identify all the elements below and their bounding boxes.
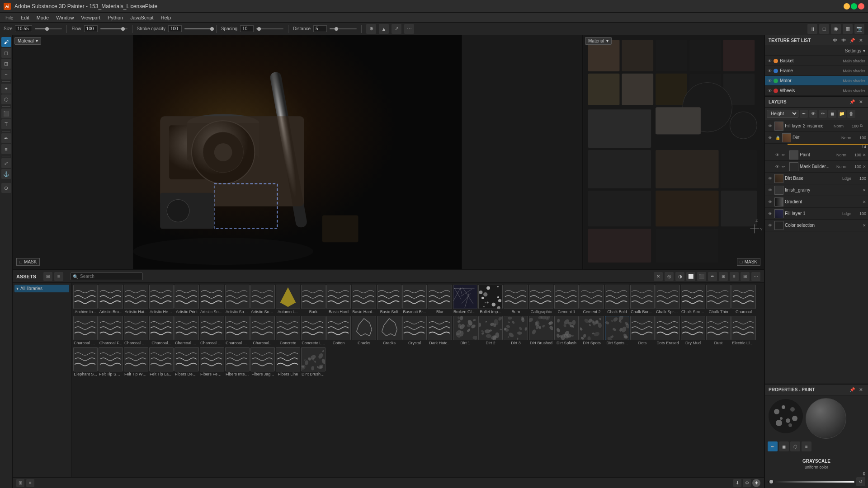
grayscale-reset-btn[interactable]: ↺ bbox=[856, 477, 865, 486]
layers-paint-icon[interactable]: ✒ bbox=[800, 110, 808, 118]
asset-item-chalk-thin[interactable]: Chalk Thin bbox=[706, 285, 731, 315]
tsl-item-wheels[interactable]: 👁 Wheels Main shader bbox=[765, 86, 868, 96]
asset-item-charcoal-r---[interactable]: Charcoal R... bbox=[200, 316, 224, 346]
spacing-input[interactable] bbox=[240, 25, 254, 32]
asset-item-calligraphic[interactable]: Calligraphic bbox=[529, 285, 553, 315]
tool-text[interactable]: T bbox=[1, 119, 11, 129]
layers-eye-icon[interactable]: 👁 bbox=[809, 110, 817, 118]
props-material-icon[interactable]: ◼ bbox=[779, 441, 789, 451]
layer-dirtbase-eye[interactable]: 👁 bbox=[767, 176, 773, 181]
menu-javascript[interactable]: JavaScript bbox=[127, 14, 157, 21]
layer-finish-remove[interactable]: ✕ bbox=[863, 188, 866, 192]
asset-item-dry-mud[interactable]: Dry Mud bbox=[681, 316, 705, 346]
flow-slider[interactable] bbox=[100, 28, 127, 29]
toolbar-more-btn[interactable]: ⋯ bbox=[404, 24, 414, 34]
layer-paint-remove[interactable]: ✕ bbox=[863, 153, 866, 157]
tool-paint[interactable]: 🖌 bbox=[1, 37, 11, 47]
assets-bottom-list-btn[interactable]: ≡ bbox=[26, 479, 34, 487]
layers-pin-icon[interactable]: 📌 bbox=[849, 99, 856, 106]
tool-transform[interactable]: ⤢ bbox=[1, 158, 11, 168]
grayscale-slider[interactable] bbox=[768, 481, 854, 483]
asset-item-artistic-soft---[interactable]: Artistic Soft... bbox=[200, 285, 224, 315]
asset-item-cement-1[interactable]: Cement 1 bbox=[554, 285, 579, 315]
layer-mask-remove[interactable]: ✕ bbox=[863, 164, 866, 169]
asset-item-concrete-l---[interactable]: Concrete L... bbox=[301, 316, 326, 346]
size-input[interactable] bbox=[15, 25, 32, 32]
assets-list-view-btn[interactable]: ≡ bbox=[730, 272, 739, 281]
asset-item-fibers-inter---[interactable]: Fibers Inter... bbox=[225, 347, 250, 377]
assets-filter1-btn[interactable]: ◎ bbox=[665, 272, 674, 281]
layer-mask-builder[interactable]: 👁 ✏ Mask Builder... Norm 100 ✕ bbox=[765, 161, 868, 173]
asset-item-artistic-bru---[interactable]: Artistic Bru... bbox=[99, 285, 123, 315]
asset-item-basic-hard---[interactable]: Basic Hard... bbox=[352, 285, 376, 315]
asset-item-burn[interactable]: Burn bbox=[504, 285, 528, 315]
assets-filter6-btn[interactable]: ⊞ bbox=[719, 272, 728, 281]
assets-close-btn[interactable]: ✕ bbox=[654, 272, 663, 281]
assets-add-btn[interactable]: + bbox=[752, 479, 760, 487]
props-layer-icon[interactable]: ≡ bbox=[802, 441, 811, 451]
tsl-frame-eye[interactable]: 👁 bbox=[768, 69, 772, 73]
asset-item-felt-tip-lar---[interactable]: Felt Tip Lar... bbox=[149, 347, 174, 377]
layers-folder-icon[interactable]: 📁 bbox=[838, 110, 846, 118]
asset-item-dust[interactable]: Dust bbox=[706, 316, 731, 346]
spacing-slider[interactable] bbox=[256, 28, 283, 29]
tsl-wheels-eye[interactable]: 👁 bbox=[768, 89, 772, 93]
assets-import-btn[interactable]: ⬇ bbox=[733, 479, 741, 487]
asset-item-dirt-brushed[interactable]: Dirt Brushed bbox=[529, 316, 553, 346]
tsl-close-icon[interactable]: ✕ bbox=[857, 37, 864, 44]
asset-item-dirt-2[interactable]: Dirt 2 bbox=[478, 316, 503, 346]
tsl-pin-icon[interactable]: 📌 bbox=[849, 37, 856, 44]
asset-item-charcoal-fi---[interactable]: Charcoal Fi... bbox=[73, 316, 98, 346]
asset-item-bark[interactable]: Bark bbox=[301, 285, 326, 315]
flow-input[interactable] bbox=[84, 25, 98, 32]
layer-dirt-eye[interactable]: 👁 bbox=[767, 136, 773, 140]
distance-input[interactable] bbox=[313, 25, 327, 32]
asset-item-dirt-spots---[interactable]: Dirt Spots... bbox=[605, 316, 629, 346]
tool-bake[interactable]: ⊙ bbox=[1, 183, 11, 193]
asset-item-chalk-burn---[interactable]: Chalk Burn... bbox=[630, 285, 655, 315]
asset-item-archive-in---[interactable]: Archive In... bbox=[73, 285, 98, 315]
layer-fill2-eye[interactable]: 👁 bbox=[767, 124, 773, 128]
asset-item-charcoal---[interactable]: Charcoal... bbox=[250, 316, 275, 346]
tool-smudge[interactable]: ~ bbox=[1, 70, 11, 80]
tsl-item-frame[interactable]: 👁 Frame Main shader bbox=[765, 66, 868, 76]
layers-mask-icon[interactable]: ◼ bbox=[828, 110, 836, 118]
viewport-right[interactable]: Material ▾ bbox=[583, 35, 764, 269]
asset-item-electric-lines[interactable]: Electric Lines bbox=[731, 316, 756, 346]
assets-settings-btn[interactable]: ⚙ bbox=[743, 479, 751, 487]
asset-item-cotton[interactable]: Cotton bbox=[326, 316, 351, 346]
tsl-eye2-icon[interactable]: 👁 bbox=[840, 37, 847, 44]
asset-item-artistic-hai---[interactable]: Artistic Hai... bbox=[124, 285, 148, 315]
menu-mode[interactable]: Mode bbox=[33, 14, 53, 21]
asset-item-cracks[interactable]: Cracks bbox=[352, 316, 376, 346]
layer-paint[interactable]: 👁 ✏ Paint Norm 100 ✕ bbox=[765, 149, 868, 161]
toolbar-camera-btn[interactable]: 📷 bbox=[854, 24, 864, 34]
menu-viewport[interactable]: Viewport bbox=[77, 14, 104, 21]
asset-item-chalk-strong[interactable]: Chalk Strong bbox=[681, 285, 705, 315]
tsl-item-basket[interactable]: 👁 Basket Main shader bbox=[765, 56, 868, 66]
stroke-input[interactable] bbox=[168, 25, 182, 32]
assets-grid-view-btn[interactable]: ⊞ bbox=[741, 272, 750, 281]
asset-item-blur[interactable]: Blur bbox=[428, 285, 452, 315]
assets-expand2-btn[interactable]: ≡ bbox=[54, 272, 63, 281]
toolbar-env-btn[interactable]: ◉ bbox=[831, 24, 841, 34]
layer-fill1[interactable]: 👁 Fill layer 1 Ldge 100 bbox=[765, 208, 868, 220]
layer-fill2[interactable]: 👁 Fill layer 2 instance Norm 100 ⧉ bbox=[765, 120, 868, 132]
asset-item-crystal[interactable]: Crystal bbox=[402, 316, 427, 346]
viewport-left-material-dropdown[interactable]: Material ▾ bbox=[14, 37, 41, 45]
asset-item-artistic-print[interactable]: Artistic Print bbox=[175, 285, 199, 315]
viewport-right-material-dropdown[interactable]: Material ▾ bbox=[585, 37, 612, 45]
layers-edit-icon[interactable]: ✏ bbox=[819, 110, 827, 118]
layers-close-icon[interactable]: ✕ bbox=[857, 99, 864, 106]
tsl-item-motor[interactable]: 👁 Motor Main shader bbox=[765, 76, 868, 86]
asset-item-dirt-1[interactable]: Dirt 1 bbox=[453, 316, 477, 346]
layer-dirt-base[interactable]: 👁 Dirt Base Ldge 100 bbox=[765, 173, 868, 184]
tool-eraser[interactable]: ◻ bbox=[1, 48, 11, 58]
lib-item-all[interactable]: ▾ All libraries bbox=[14, 285, 69, 292]
layer-dirt[interactable]: 👁 🔒 Dirt Norm 100 bbox=[765, 132, 868, 144]
asset-item-chalk-bold[interactable]: Chalk Bold bbox=[605, 285, 629, 315]
toolbar-pause-btn[interactable]: ⏸ bbox=[807, 24, 817, 34]
layer-finish-grainy[interactable]: 👁 finish_grainy ✕ bbox=[765, 184, 868, 196]
asset-item-fibers-dense[interactable]: Fibers Dense bbox=[175, 347, 199, 377]
asset-item-artistic-soft---[interactable]: Artistic Soft... bbox=[225, 285, 250, 315]
